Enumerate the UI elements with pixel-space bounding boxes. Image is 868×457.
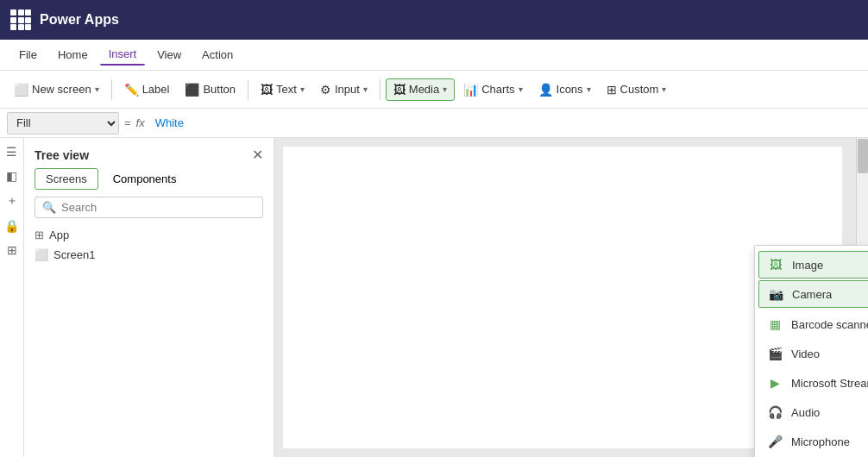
camera-label: Camera <box>792 288 832 301</box>
screen-icon: ⬜ <box>35 248 48 261</box>
menu-insert[interactable]: Insert <box>100 44 146 66</box>
media-chevron: ▾ <box>443 85 447 94</box>
search-input[interactable] <box>61 201 255 214</box>
camera-icon: 📷 <box>768 286 783 302</box>
button-icon: ⬛ <box>185 83 199 97</box>
button-button[interactable]: ⬛ Button <box>178 79 242 100</box>
title-bar: Power Apps <box>0 0 868 40</box>
audio-label: Audio <box>791 406 820 419</box>
icons-button[interactable]: 👤 Icons ▾ <box>531 79 598 100</box>
stream-label: Microsoft Stream <box>791 377 868 390</box>
audio-icon: 🎧 <box>767 404 783 420</box>
hamburger-icon[interactable]: ☰ <box>6 145 17 159</box>
dropdown-item-barcode[interactable]: ▦ Barcode scanner <box>755 310 868 339</box>
text-label: Text <box>276 83 297 96</box>
sidebar-search-container: 🔍 <box>35 197 263 218</box>
plus-icon[interactable]: ＋ <box>6 193 18 209</box>
search-icon: 🔍 <box>42 201 56 214</box>
stream-icon: ▶ <box>767 375 783 391</box>
charts-button[interactable]: 📊 Charts ▾ <box>456 79 529 100</box>
menu-view[interactable]: View <box>148 45 190 65</box>
video-icon: 🎬 <box>767 346 783 361</box>
menu-file[interactable]: File <box>10 45 46 65</box>
media-button[interactable]: 🖼 Media ▾ <box>386 78 455 101</box>
left-strip: ☰ ◧ ＋ 🔒 ⊞ <box>0 138 24 457</box>
media-icon: 🖼 <box>393 83 406 97</box>
custom-button[interactable]: ⊞ Custom ▾ <box>600 79 674 100</box>
text-button[interactable]: 🖼 Text ▾ <box>254 79 311 100</box>
data-icon[interactable]: ⊞ <box>7 243 17 257</box>
video-label: Video <box>791 347 820 360</box>
label-button[interactable]: ✏️ Label <box>117 79 177 100</box>
dropdown-item-camera[interactable]: 📷 Camera <box>758 280 868 308</box>
new-screen-button[interactable]: ⬜ New screen ▾ <box>7 79 106 100</box>
media-dropdown: 🖼 Image 📷 Camera ▦ Barcode scanner 🎬 Vid… <box>754 245 868 457</box>
icons-icon: 👤 <box>538 83 553 97</box>
app-icon: ⊞ <box>35 228 44 241</box>
sidebar: Tree view ✕ Screens Components 🔍 ⊞ App ⬜… <box>24 138 274 457</box>
formula-value: White <box>150 116 184 129</box>
tab-components[interactable]: Components <box>102 168 188 190</box>
custom-icon: ⊞ <box>607 83 617 97</box>
microphone-icon: 🎤 <box>767 434 783 449</box>
icons-chevron: ▾ <box>587 85 591 94</box>
sep3 <box>380 79 381 100</box>
dropdown-item-image[interactable]: 🖼 Image <box>758 251 868 279</box>
dropdown-item-stream[interactable]: ▶ Microsoft Stream <box>755 368 868 398</box>
formula-bar: Fill = fx White <box>0 109 868 138</box>
new-screen-label: New screen <box>32 83 91 96</box>
equals-sign: = <box>124 116 131 129</box>
input-chevron: ▾ <box>363 85 368 94</box>
app-title: Power Apps <box>40 12 119 28</box>
waffle-icon[interactable] <box>10 9 31 30</box>
input-label: Input <box>335 83 360 96</box>
screen1-label: Screen1 <box>53 248 95 261</box>
barcode-icon: ▦ <box>767 316 783 332</box>
lock-icon[interactable]: 🔒 <box>4 219 19 233</box>
fx-label: fx <box>136 116 145 129</box>
canvas-area: 🖼 Image 📷 Camera ▦ Barcode scanner 🎬 Vid… <box>274 138 868 457</box>
media-label: Media <box>409 83 439 96</box>
custom-label: Custom <box>620 83 659 96</box>
text-chevron: ▾ <box>300 85 305 94</box>
tab-screens[interactable]: Screens <box>35 168 98 190</box>
tree-item-app[interactable]: ⊞ App <box>24 225 274 245</box>
custom-chevron: ▾ <box>662 85 666 94</box>
sidebar-tabs: Screens Components <box>24 168 274 190</box>
button-label: Button <box>203 83 236 96</box>
charts-label: Charts <box>481 83 514 96</box>
input-icon: ⚙ <box>320 83 331 97</box>
dropdown-item-microphone[interactable]: 🎤 Microphone <box>755 427 868 456</box>
image-icon: 🖼 <box>768 257 783 272</box>
fill-select[interactable]: Fill <box>7 112 119 135</box>
icons-label: Icons <box>557 83 583 96</box>
text-icon: 🖼 <box>261 83 273 97</box>
main-area: ☰ ◧ ＋ 🔒 ⊞ Tree view ✕ Screens Components… <box>0 138 868 457</box>
sidebar-header: Tree view ✕ <box>24 138 274 168</box>
sep2 <box>248 79 248 100</box>
menu-action[interactable]: Action <box>193 45 242 65</box>
menu-bar: File Home Insert View Action <box>0 40 868 71</box>
charts-chevron: ▾ <box>519 85 523 94</box>
dropdown-item-video[interactable]: 🎬 Video <box>755 339 868 368</box>
label-icon: ✏️ <box>124 83 139 97</box>
dropdown-item-audio[interactable]: 🎧 Audio <box>755 398 868 427</box>
label-label: Label <box>142 83 170 96</box>
tree-item-screen1[interactable]: ⬜ Screen1 <box>24 245 274 265</box>
microphone-label: Microphone <box>791 435 850 448</box>
image-label: Image <box>792 259 823 272</box>
sidebar-title: Tree view <box>35 148 89 162</box>
barcode-label: Barcode scanner <box>791 318 868 331</box>
new-screen-icon: ⬜ <box>14 83 28 97</box>
layers-icon[interactable]: ◧ <box>6 169 17 183</box>
toolbar: ⬜ New screen ▾ ✏️ Label ⬛ Button 🖼 Text … <box>0 71 868 109</box>
new-screen-chevron: ▾ <box>95 85 99 94</box>
canvas-scrollbar-thumb[interactable] <box>858 139 868 173</box>
menu-home[interactable]: Home <box>49 45 97 65</box>
charts-icon: 📊 <box>463 83 478 97</box>
sep1 <box>111 79 112 100</box>
sidebar-close-button[interactable]: ✕ <box>252 147 263 163</box>
app-label: App <box>49 228 69 241</box>
input-button[interactable]: ⚙ Input ▾ <box>313 79 374 100</box>
